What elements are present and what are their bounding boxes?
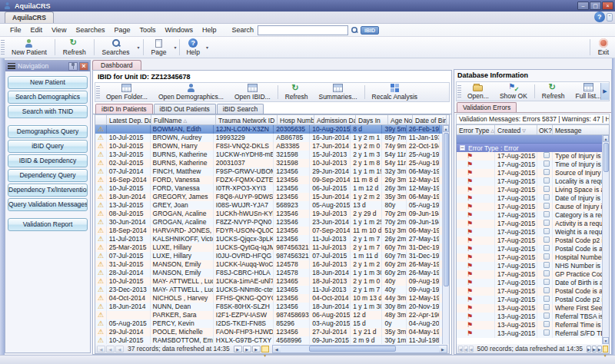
table-row[interactable]: 28-Jul-2014 MANSON, Emily F8SJ-CBRC-H0LA… xyxy=(95,269,442,277)
nav-prev-button[interactable]: ◀ xyxy=(469,346,474,352)
nav-next-button[interactable]: ▶ xyxy=(234,346,242,352)
ibid-badge[interactable]: iBID xyxy=(361,26,379,35)
ok-checkbox[interactable] xyxy=(544,160,550,167)
selected-blank-row[interactable] xyxy=(457,135,602,144)
summaries-button[interactable]: Summaries... xyxy=(313,83,362,101)
scrollbar-thumb[interactable] xyxy=(444,133,449,286)
table-row[interactable]: 04-Oct-2014 NICHOLS , Harvey FFHS-QKNG-Q… xyxy=(95,294,442,303)
group-row[interactable]: Error Type : Error xyxy=(457,144,602,152)
ok-checkbox[interactable] xyxy=(544,329,550,336)
exit-button[interactable]: Exit xyxy=(592,37,615,58)
nav-prev-page-button[interactable]: ◀ xyxy=(106,346,115,352)
open-folder-button[interactable]: Open Folder... xyxy=(101,83,153,101)
table-row[interactable]: 18-Jun-2014 GREGORY, James F8Q8-AUYP-9DW… xyxy=(95,193,442,201)
table-row[interactable]: 10-Jul-2015 BROWN, Harry F8SI-VNQ2-DKLS … xyxy=(95,142,442,151)
menu-searches[interactable]: Searches xyxy=(71,25,109,35)
help-dropdown-icon[interactable]: ▾ xyxy=(206,45,208,50)
ok-checkbox[interactable] xyxy=(544,321,550,327)
validation-row[interactable]: 17-Aug-2015 Cause of Injury is a require… xyxy=(457,203,602,211)
ok-checkbox[interactable] xyxy=(544,228,550,234)
table-row[interactable]: 31-Jul-2015 MANSON, Emily 1UCKK-lAuqq-Wo… xyxy=(95,260,442,269)
menu-edit[interactable]: Edit xyxy=(26,25,48,35)
validation-row[interactable]: 17-Aug-2015 Postal Code is a KEY require… xyxy=(457,287,602,296)
validation-row[interactable]: 17-Aug-2015 Hospital Number is a KEY req… xyxy=(457,253,602,262)
nav-next-page-button[interactable]: ▶ xyxy=(243,346,251,352)
searches-button[interactable]: Searches xyxy=(96,37,136,58)
nav-first-button[interactable]: ◀ xyxy=(458,346,463,352)
column-created[interactable]: Created▽ xyxy=(495,125,537,134)
page-button[interactable]: Page xyxy=(145,37,173,58)
menu-file[interactable]: File xyxy=(5,25,26,35)
validation-row[interactable]: 13-Aug-2015 Where First Seen is a KEY re… xyxy=(457,304,602,313)
scroll-up-icon[interactable]: ▲ xyxy=(603,135,609,142)
validation-row[interactable]: 17-Aug-2015 Activity is a required value xyxy=(457,220,602,228)
menu-view[interactable]: View xyxy=(47,25,71,35)
new-patient-button[interactable]: New Patient xyxy=(5,37,53,58)
table-row[interactable]: 16-Sep-2014 FORD, Vanessa FDZX-FQMX-DZTE… xyxy=(95,176,442,184)
ibid-tab[interactable]: iBID Out Patients xyxy=(154,104,216,114)
search-button[interactable] xyxy=(348,25,361,35)
sidebar-button[interactable]: Dependency Query xyxy=(8,169,88,182)
table-row[interactable]: 18-Jun-2014 NUNN, Dean F8SK-80HX-SLZH 12… xyxy=(95,303,442,311)
validation-row[interactable]: 17-Aug-2015 Source of Injury is a KEY re… xyxy=(457,169,602,177)
table-row[interactable]: 10-Jul-2015 BROWN, Audrey 19993229 AB867… xyxy=(95,134,442,142)
ok-checkbox[interactable] xyxy=(544,245,550,251)
table-row[interactable]: 13-Jul-2015 BURNS, Katherine 1UCKW-nYDH8… xyxy=(95,151,442,159)
sidebar-button[interactable]: Query Validation Messages xyxy=(8,198,88,211)
vertical-scrollbar[interactable]: ▲ ▼ xyxy=(602,135,609,344)
sidebar-button[interactable]: Validation Report xyxy=(8,218,88,231)
nav-prev-page-button[interactable]: ◀ xyxy=(464,346,468,352)
column-ok[interactable]: OK? xyxy=(537,125,553,134)
recalc-analysis-button[interactable]: Recalc Analysis xyxy=(367,83,424,101)
ok-checkbox[interactable] xyxy=(544,152,550,158)
nav-last-button[interactable]: ▶ xyxy=(597,346,602,352)
sidebar-button[interactable]: New Patient xyxy=(8,76,88,89)
refresh-validation-button[interactable]: Refresh xyxy=(537,82,570,101)
ok-checkbox[interactable] xyxy=(544,287,550,293)
table-row[interactable]: PARKER, Sara I2F1-EZPV-IASW 98745869323 … xyxy=(95,311,442,319)
ok-checkbox[interactable] xyxy=(544,237,550,243)
minimize-button[interactable]: – xyxy=(577,2,589,10)
column-age-now[interactable]: Age Now xyxy=(388,115,413,124)
validation-row[interactable]: 17-Aug-2015 NHS Number is a KEY required xyxy=(457,262,602,270)
horizontal-scrollbar[interactable]: ◀ ▶ xyxy=(272,345,447,353)
table-row[interactable]: 10-Jul-2015 MAY- ATTWELL , Lucy 1UCKa-1i… xyxy=(95,277,442,286)
ok-checkbox[interactable] xyxy=(544,169,550,175)
scroll-down-icon[interactable]: ▼ xyxy=(603,337,609,344)
table-row[interactable]: 08-Jul-2015 GROGAN, Acaline 1UCKh-hWUSn-… xyxy=(95,210,442,218)
menu-windows[interactable]: Windows xyxy=(160,25,198,35)
ok-checkbox[interactable] xyxy=(544,186,550,192)
scroll-right-icon[interactable]: ▶ xyxy=(439,346,447,352)
searches-dropdown-icon[interactable]: ▾ xyxy=(138,45,140,50)
ok-checkbox[interactable] xyxy=(544,279,550,285)
sidebar-button[interactable]: Search with TNID xyxy=(8,105,88,118)
column-error-type[interactable]: Error Type△ xyxy=(457,125,495,134)
nav-first-button[interactable]: ◀ xyxy=(97,346,105,352)
validation-row[interactable]: 13-Aug-2015 Referral TBSA is a required … xyxy=(457,313,602,321)
table-row[interactable]: 18-Sep-2014 HARVARD- JONES, Gray FDYR-US… xyxy=(95,227,442,235)
sidebar-button[interactable]: IBID & Dependency xyxy=(8,154,88,167)
scroll-left-icon[interactable]: ◀ xyxy=(273,346,281,352)
ok-checkbox[interactable] xyxy=(544,177,550,184)
show-ok-button[interactable]: Show OK xyxy=(494,82,533,101)
table-row[interactable]: 25-Mar-2015 LUXE, Hillary 1UCKS-QytGq-Iq… xyxy=(95,243,442,252)
help-button[interactable]: Help xyxy=(181,37,204,58)
table-row[interactable]: 10-Jul-2015 FORD, Vanessa I0TR-XPO3-XYI3… xyxy=(95,184,442,193)
close-button[interactable]: × xyxy=(602,2,613,10)
open-demographics-button[interactable]: Open Demographics... xyxy=(153,83,229,101)
scroll-up-icon[interactable]: ▲ xyxy=(443,125,449,132)
menu-page[interactable]: Page xyxy=(109,25,135,35)
table-row[interactable]: 07-Jul-2014 FINCH, Matthew F9SP-GRWV-UBO… xyxy=(95,167,442,176)
column-icon[interactable] xyxy=(95,115,107,124)
app-tab-aquilacrs[interactable]: AquilaCRS xyxy=(5,12,54,23)
ok-checkbox[interactable] xyxy=(544,304,550,310)
validation-row[interactable]: 17-Aug-2015 Locality is a required value xyxy=(457,177,602,186)
table-row[interactable]: 30-Jun-2014 GROGAN, Acaline F8ZZ-NVYP-PQ… xyxy=(95,218,442,227)
validation-row[interactable]: 17-Aug-2015 Living Space is a required v… xyxy=(457,186,602,194)
column-hosp-number[interactable]: Hosp Number xyxy=(278,115,314,124)
validation-row[interactable]: 17-Aug-2015 Time of Injury is a KEY requ… xyxy=(457,160,602,169)
validation-row[interactable]: 17-Aug-2015 GP Practice Code is a KEY re… xyxy=(457,270,602,279)
hamburger-icon[interactable] xyxy=(8,63,15,69)
ibid-tab[interactable]: iBID In Patients xyxy=(95,104,153,114)
help-icon[interactable] xyxy=(594,12,605,22)
